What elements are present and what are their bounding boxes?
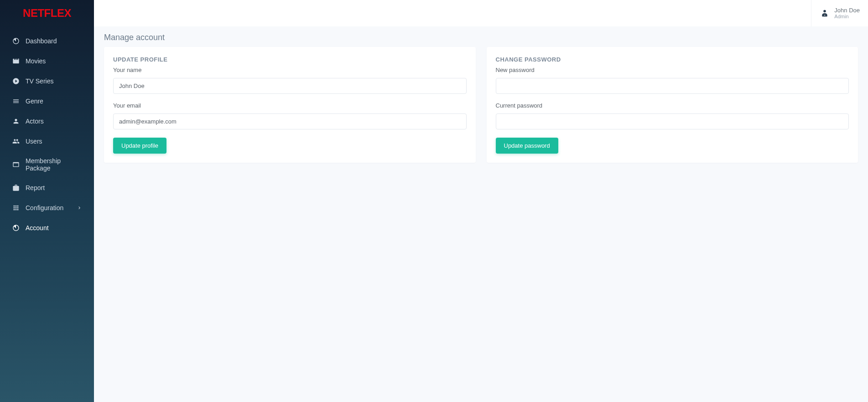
sidebar-item-label: TV Series <box>26 77 53 85</box>
person-icon <box>12 117 20 125</box>
user-role: Admin <box>834 14 860 20</box>
name-input[interactable] <box>113 78 467 94</box>
people-icon <box>12 137 20 145</box>
sidebar-nav: Dashboard Movies TV Series Genre Actors <box>0 26 94 173</box>
tv-icon <box>12 77 20 85</box>
sidebar-item-label: Actors <box>26 118 44 125</box>
form-group-name: Your name <box>113 67 467 94</box>
new-password-input[interactable] <box>496 78 849 94</box>
avatar-icon <box>820 8 830 18</box>
sidebar-item-label: Genre <box>26 98 43 105</box>
movie-icon <box>12 57 20 65</box>
form-group-current-password: Current password <box>496 102 849 129</box>
update-profile-button[interactable]: Update profile <box>113 138 166 154</box>
email-input[interactable] <box>113 113 467 129</box>
page-title: Manage account <box>94 26 868 47</box>
form-group-email: Your email <box>113 102 467 129</box>
user-menu[interactable]: John Doe Admin <box>811 0 868 26</box>
sidebar-item-label: Dashboard <box>26 37 57 45</box>
sidebar-item-users[interactable]: Users <box>0 131 94 151</box>
sidebar-item-label: Membership Package <box>26 157 82 172</box>
sidebar-item-label: Users <box>26 138 42 145</box>
change-password-card: CHANGE PASSWORD New password Current pas… <box>487 47 858 163</box>
sidebar-item-dashboard[interactable]: Dashboard <box>0 31 94 51</box>
sidebar-item-tv-series[interactable]: TV Series <box>0 71 94 91</box>
card-title: UPDATE PROFILE <box>113 56 467 63</box>
sidebar-item-movies[interactable]: Movies <box>0 51 94 71</box>
brand-logo[interactable]: NETFLEX <box>0 0 94 26</box>
list-icon <box>12 97 20 105</box>
user-info: John Doe Admin <box>834 7 860 20</box>
header: John Doe Admin <box>94 0 868 26</box>
email-label: Your email <box>113 102 467 109</box>
card-title: CHANGE PASSWORD <box>496 56 849 63</box>
name-label: Your name <box>113 67 467 73</box>
update-password-button[interactable]: Update password <box>496 138 558 154</box>
sidebar-item-membership[interactable]: Membership Package <box>0 151 94 173</box>
sidebar-item-actors[interactable]: Actors <box>0 111 94 131</box>
update-profile-card: UPDATE PROFILE Your name Your email Upda… <box>104 47 476 163</box>
membership-icon <box>12 160 20 169</box>
form-group-new-password: New password <box>496 67 849 94</box>
sidebar-item-genre[interactable]: Genre <box>0 91 94 111</box>
svg-point-0 <box>824 10 826 13</box>
user-name: John Doe <box>834 7 860 14</box>
sidebar-item-label: Movies <box>26 57 46 65</box>
new-password-label: New password <box>496 67 849 73</box>
current-password-label: Current password <box>496 102 849 109</box>
content-row: UPDATE PROFILE Your name Your email Upda… <box>94 47 868 173</box>
current-password-input[interactable] <box>496 113 849 129</box>
dashboard-icon <box>12 37 20 45</box>
sidebar: NETFLEX Dashboard Movies TV Series Genre <box>0 0 94 173</box>
